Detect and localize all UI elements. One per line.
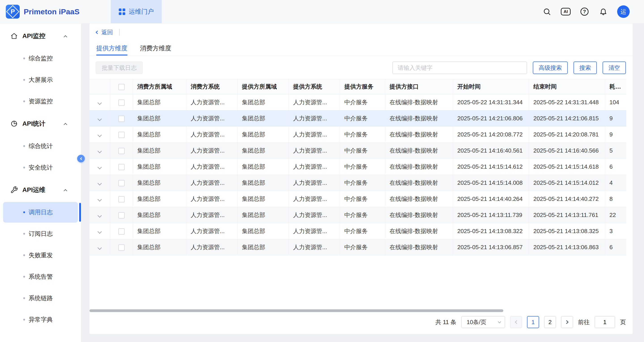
table-cell: 在线编排-数据映射 [385, 223, 453, 239]
row-checkbox[interactable] [118, 212, 124, 218]
avatar[interactable]: 运 [617, 5, 630, 18]
table-cell: 2025-05-21 14:21:06.815 [529, 110, 605, 126]
row-checkbox[interactable] [118, 100, 124, 106]
sidebar-group[interactable]: API监控 [0, 25, 81, 47]
expand-row-icon[interactable] [98, 181, 102, 185]
sidebar-group-label: API监控 [22, 32, 46, 40]
expand-row-icon[interactable] [98, 149, 102, 153]
sidebar-item[interactable]: 资源监控 [3, 91, 78, 112]
table-cell: 中介服务 [340, 126, 385, 143]
table-cell: 中介服务 [340, 94, 385, 110]
table-cell: 人力资源管... [186, 223, 237, 239]
portal-tab[interactable]: 运维门户 [111, 0, 162, 23]
sidebar-nav: API监控综合监控大屏展示资源监控API统计综合统计安全统计API运维调用日志订… [0, 24, 81, 330]
row-checkbox[interactable] [118, 244, 124, 251]
expand-row-icon[interactable] [98, 133, 102, 137]
table-cell: 4 [605, 175, 626, 191]
row-checkbox[interactable] [118, 228, 124, 235]
expand-row-icon[interactable] [98, 165, 102, 169]
table-cell: 集团总部 [133, 110, 186, 126]
sidebar-item[interactable]: 综合监控 [3, 48, 78, 69]
keyword-input[interactable] [392, 62, 527, 74]
table-cell: 人力资源管... [186, 94, 237, 110]
table-cell: 2025-05-21 14:15:14.012 [529, 175, 605, 191]
tab-1[interactable]: 消费方维度 [140, 41, 171, 56]
expand-row-icon[interactable] [98, 230, 102, 234]
row-checkbox[interactable] [118, 148, 124, 154]
page-number-button[interactable]: 1 [527, 316, 539, 328]
table-cell: 在线编排-数据映射 [385, 126, 453, 143]
sidebar-item[interactable]: 订阅日志 [3, 224, 78, 244]
table-cell: 集团总部 [133, 94, 186, 110]
table-cell: 22 [605, 207, 626, 223]
row-checkbox[interactable] [118, 164, 124, 170]
expand-row-icon[interactable] [98, 101, 102, 105]
batch-download-button[interactable]: 批量下载日志 [96, 62, 143, 74]
help-icon[interactable]: ? [580, 7, 590, 16]
table-cell: 2025-05-21 14:20:08.781 [529, 126, 605, 143]
expand-row-icon[interactable] [98, 246, 102, 250]
table-cell: 人力资源管... [288, 207, 340, 223]
sidebar-item[interactable]: 异常字典 [3, 309, 78, 330]
table-cell: 人力资源管... [288, 175, 340, 191]
scrollbar-thumb[interactable] [90, 309, 503, 312]
brand: P Primeton iPaaS [0, 0, 111, 23]
table-row: 集团总部人力资源管...集团总部人力资源管...中介服务在线编排-数据映射202… [90, 159, 626, 175]
expand-row-icon[interactable] [98, 197, 102, 201]
table-cell: 集团总部 [237, 239, 288, 256]
clear-button[interactable]: 清空 [602, 62, 626, 74]
sidebar-item[interactable]: 安全统计 [3, 157, 78, 178]
expand-row-icon[interactable] [98, 117, 102, 121]
expand-row-icon[interactable] [98, 214, 102, 218]
page-size-select[interactable]: 10条/页 [461, 316, 505, 328]
page-number-button[interactable]: 2 [544, 316, 556, 328]
row-checkbox[interactable] [118, 180, 124, 186]
page-size-value: 10条/页 [466, 318, 486, 326]
table-cell: 6 [605, 239, 626, 256]
table-cell: 中介服务 [340, 223, 385, 239]
table-cell: 人力资源管... [288, 191, 340, 207]
table-cell: 中介服务 [340, 175, 385, 191]
goto-page-input[interactable] [594, 316, 615, 328]
chevron-up-icon [64, 123, 67, 126]
table-row: 集团总部人力资源管...集团总部人力资源管...中介服务在线编排-数据映射202… [90, 126, 626, 143]
table-cell: 2025-05-21 14:13:06.857 [453, 239, 529, 256]
sidebar-item[interactable]: 综合统计 [3, 136, 78, 156]
table-cell: 2025-05-21 14:16:40.566 [529, 143, 605, 159]
sidebar-group[interactable]: API统计 [0, 112, 81, 135]
tab-0[interactable]: 提供方维度 [96, 41, 128, 56]
select-all-checkbox[interactable] [118, 84, 124, 90]
table-cell: 2025-05-21 14:15:14.618 [529, 159, 605, 175]
sidebar-item[interactable]: 大屏展示 [3, 70, 78, 90]
column-header: 提供方接口 [385, 79, 453, 94]
sidebar-collapse-button[interactable] [77, 155, 85, 162]
help-icon-text: ? [580, 8, 588, 16]
table-cell: 人力资源管... [288, 239, 340, 256]
table-cell: 在线编排-数据映射 [385, 239, 453, 256]
prev-page-button[interactable] [510, 316, 522, 328]
chevron-up-icon [64, 189, 67, 192]
ai-icon[interactable]: AI [561, 7, 571, 16]
sidebar-group-label: API统计 [22, 120, 46, 128]
table-cell: 人力资源管... [288, 110, 340, 126]
search-button[interactable]: 搜索 [574, 62, 597, 74]
row-checkbox[interactable] [118, 132, 124, 138]
main-area: 返回 提供方维度消费方维度 批量下载日志 高级搜索 搜索 清空 消费方所属域消费… [81, 24, 644, 342]
row-checkbox[interactable] [118, 196, 124, 202]
sidebar-item[interactable]: 失败重发 [3, 245, 78, 266]
sidebar-item-label: 系统告警 [29, 273, 53, 281]
advanced-search-button[interactable]: 高级搜索 [533, 62, 568, 74]
page-unit-label: 页 [620, 318, 626, 326]
search-icon[interactable] [542, 7, 552, 16]
bell-icon[interactable] [598, 7, 608, 16]
sidebar-item[interactable]: 调用日志 [3, 202, 78, 222]
table-cell: 在线编排-数据映射 [385, 110, 453, 126]
row-checkbox[interactable] [118, 116, 124, 122]
sidebar-group[interactable]: API运维 [0, 179, 81, 201]
back-button[interactable]: 返回 [96, 28, 113, 36]
table-cell: 集团总部 [237, 159, 288, 175]
sidebar-item[interactable]: 系统告警 [3, 266, 78, 287]
sidebar-item[interactable]: 系统链路 [3, 288, 78, 308]
log-table: 消费方所属域消费方系统提供方所属域提供方系统提供方服务提供方接口开始时间结束时间… [90, 79, 626, 256]
next-page-button[interactable] [561, 316, 573, 328]
